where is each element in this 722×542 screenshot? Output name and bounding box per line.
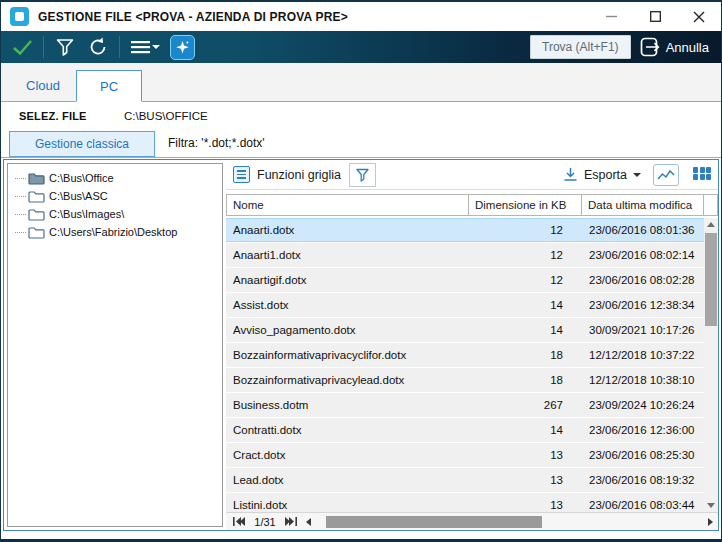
cell-nome: Bozzainformativaprivacyclifor.dotx [226, 349, 469, 361]
table-row[interactable]: Anaarti.dotx 12 23/06/2016 08:01:36 [226, 218, 704, 242]
horizontal-scrollbar-thumb[interactable] [326, 516, 542, 528]
titlebar: GESTIONE FILE <PROVA - AZIENDA DI PROVA … [1, 2, 721, 31]
cell-kb: 14 [469, 299, 582, 311]
trova-button[interactable]: Trova (Alt+F1) [530, 35, 631, 59]
table-row[interactable]: Contratti.dotx 14 23/06/2016 12:36:00 [226, 418, 704, 442]
funnel-icon [355, 168, 370, 182]
maximize-button[interactable] [633, 2, 677, 31]
tree-item-desktop[interactable]: C:\Users\Fabrizio\Desktop [8, 223, 222, 241]
assistant-button[interactable] [170, 35, 195, 60]
folder-tree: C:\Bus\Office C:\Bus\ASC C:\Bus\Images\ … [7, 163, 223, 527]
esporta-label: Esporta [584, 168, 627, 182]
tree-item-images[interactable]: C:\Bus\Images\ [8, 205, 222, 223]
cell-kb: 13 [469, 474, 582, 486]
scroll-right-button[interactable] [702, 514, 718, 530]
page-indicator: 1/31 [252, 516, 278, 528]
first-page-icon [233, 517, 245, 526]
column-header-data[interactable]: Data ultima modifica [582, 194, 704, 216]
tab-pc[interactable]: PC [76, 70, 142, 102]
table-row[interactable]: Business.dotm 267 23/09/2024 10:26:24 [226, 393, 704, 417]
funzioni-griglia-button[interactable]: Funzioni griglia [233, 166, 341, 183]
tree-item-label: C:\Bus\Office [49, 172, 114, 184]
menu-button[interactable] [129, 35, 161, 59]
selected-path: C:\BUS\OFFICE [124, 110, 208, 122]
cell-data: 23/09/2024 10:26:24 [582, 399, 704, 411]
tree-item-label: C:\Users\Fabrizio\Desktop [49, 226, 177, 238]
gestione-classica-button[interactable]: Gestione classica [9, 131, 155, 157]
tab-cloud[interactable]: Cloud [10, 69, 76, 101]
triangle-down-icon [707, 503, 715, 508]
check-icon [12, 38, 33, 56]
tree-connector [15, 232, 26, 233]
cell-data: 23/06/2016 12:36:00 [582, 424, 704, 436]
exit-icon [640, 37, 660, 57]
line-chart-icon [657, 169, 675, 181]
last-page-button[interactable] [282, 514, 300, 530]
table-row[interactable]: Lead.dotx 13 23/06/2016 08:19:32 [226, 468, 704, 492]
cell-data: 23/06/2016 08:03:44 [582, 499, 704, 511]
funnel-icon [55, 38, 75, 57]
selez-file-row: SELEZ. FILE C:\BUS\OFFICE [1, 102, 721, 129]
cell-kb: 18 [469, 374, 582, 386]
table-row[interactable]: Bozzainformativaprivacylead.dotx 18 12/1… [226, 368, 704, 392]
cell-kb: 12 [469, 224, 582, 236]
cell-kb: 14 [469, 324, 582, 336]
cell-kb: 13 [469, 499, 582, 511]
first-page-button[interactable] [230, 514, 248, 530]
table-row[interactable]: Avviso_pagamento.dotx 14 30/09/2021 10:1… [226, 318, 704, 342]
cell-data: 23/06/2016 08:01:36 [582, 224, 704, 236]
horizontal-scrollbar[interactable] [316, 514, 702, 530]
table-row[interactable]: Cract.dotx 13 23/06/2016 08:25:30 [226, 443, 704, 467]
app-window: GESTIONE FILE <PROVA - AZIENDA DI PROVA … [0, 0, 722, 542]
tree-connector [15, 214, 26, 215]
chart-view-button[interactable] [653, 164, 679, 186]
vertical-scrollbar-thumb[interactable] [705, 233, 717, 326]
cell-kb: 12 [469, 274, 582, 286]
table-row[interactable]: Bozzainformativaprivacyclifor.dotx 18 12… [226, 343, 704, 367]
cell-nome: Assist.dotx [226, 299, 469, 311]
scroll-down-button[interactable] [704, 499, 718, 512]
tree-item-office[interactable]: C:\Bus\Office [8, 169, 222, 187]
minimize-button[interactable] [589, 2, 633, 31]
funzioni-griglia-label: Funzioni griglia [257, 168, 341, 182]
cell-kb: 18 [469, 349, 582, 361]
close-icon [693, 11, 705, 23]
cell-data: 23/06/2016 08:02:28 [582, 274, 704, 286]
table-row[interactable]: Anaarti1.dotx 12 23/06/2016 08:02:14 [226, 243, 704, 267]
refresh-button[interactable] [86, 35, 110, 59]
grid-menu-icon [233, 166, 250, 183]
scroll-left-button[interactable] [300, 514, 316, 530]
chevron-down-icon [152, 45, 160, 49]
grid-filter-button[interactable] [349, 163, 376, 187]
column-header-nome[interactable]: Nome [226, 194, 469, 216]
triangle-right-icon [708, 518, 713, 526]
cell-kb: 14 [469, 424, 582, 436]
triangle-up-icon [707, 222, 715, 227]
cell-kb: 13 [469, 449, 582, 461]
folder-icon [28, 226, 45, 239]
grid-view-button[interactable] [693, 167, 711, 183]
vertical-scrollbar[interactable] [704, 218, 718, 512]
table-row[interactable]: Listini.dotx 13 23/06/2016 08:03:44 [226, 493, 704, 512]
esporta-button[interactable]: Esporta [563, 167, 641, 182]
table-row[interactable]: Anaartigif.dotx 12 23/06/2016 08:02:28 [226, 268, 704, 292]
download-icon [563, 167, 578, 182]
column-header-filler [704, 194, 718, 216]
cell-data: 23/06/2016 12:38:34 [582, 299, 704, 311]
tree-item-asc[interactable]: C:\Bus\ASC [8, 187, 222, 205]
content-area: C:\Bus\Office C:\Bus\ASC C:\Bus\Images\ … [3, 159, 719, 531]
cell-data: 23/06/2016 08:19:32 [582, 474, 704, 486]
confirm-button[interactable] [10, 35, 34, 59]
cell-nome: Anaarti1.dotx [226, 249, 469, 261]
table-row[interactable]: Assist.dotx 14 23/06/2016 12:38:34 [226, 293, 704, 317]
cell-nome: Bozzainformativaprivacylead.dotx [226, 374, 469, 386]
close-button[interactable] [677, 2, 721, 31]
cell-data: 12/12/2018 10:37:22 [582, 349, 704, 361]
annulla-button[interactable]: Annulla [640, 37, 712, 57]
column-header-dimensione[interactable]: Dimensione in KB [469, 194, 582, 216]
scroll-up-button[interactable] [704, 218, 718, 231]
filter-button[interactable] [53, 35, 77, 59]
window-title: GESTIONE FILE <PROVA - AZIENDA DI PROVA … [38, 10, 348, 24]
tabstrip: Cloud PC [1, 63, 721, 102]
tree-item-label: C:\Bus\ASC [49, 190, 108, 202]
